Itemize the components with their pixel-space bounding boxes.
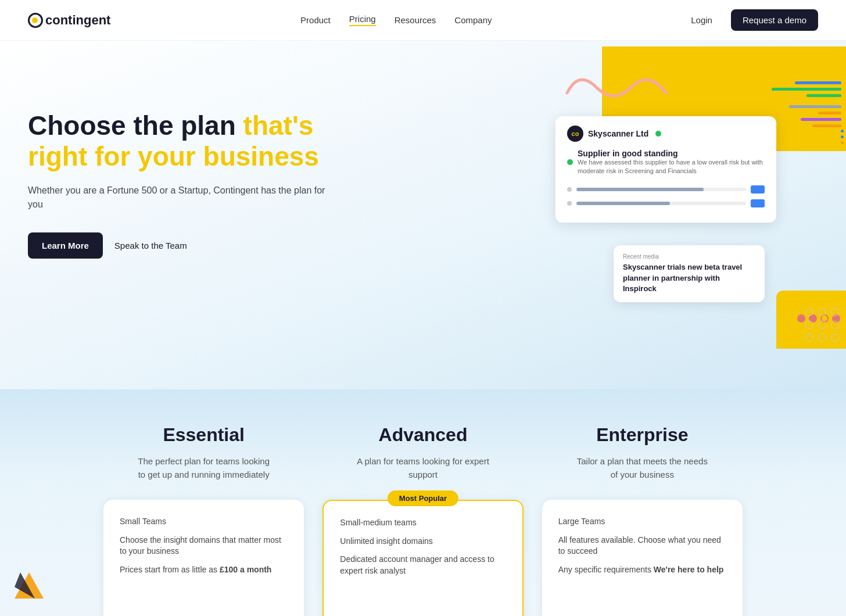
- essential-desc: The perfect plan for teams looking to ge…: [134, 455, 274, 481]
- advanced-desc: A plan for teams looking for expert supp…: [353, 455, 493, 481]
- grid-dot: [818, 334, 826, 342]
- deco-bar-1: [795, 81, 841, 84]
- deco-dot-1: [841, 130, 844, 132]
- news-label: Recent media: [623, 253, 755, 260]
- nav-pricing[interactable]: Pricing: [349, 14, 376, 26]
- logo-dot: [32, 17, 38, 23]
- squiggle-decoration: [561, 64, 677, 110]
- deco-bar-7: [812, 124, 841, 127]
- status-desc: We have assessed this supplier to have a…: [578, 158, 765, 176]
- grid-dot: [831, 308, 839, 316]
- deco-bar-3: [806, 94, 841, 97]
- card-logo-text: co: [572, 130, 579, 137]
- logo[interactable]: contingent: [28, 13, 110, 28]
- enterprise-title: Enterprise: [596, 424, 688, 446]
- squiggle-svg: [561, 64, 677, 110]
- nav-links: Product Pricing Resources Company: [300, 14, 492, 26]
- essential-feature-3: Prices start from as little as £100 a mo…: [120, 564, 288, 576]
- nav-product[interactable]: Product: [300, 15, 331, 25]
- bar-row-1: [567, 185, 765, 194]
- pricing-grid: Essential The perfect plan for teams loo…: [103, 424, 743, 616]
- enterprise-desc: Tailor a plan that meets the needs of yo…: [572, 455, 712, 481]
- pricing-section: Essential The perfect plan for teams loo…: [0, 389, 846, 616]
- bar-row-2: [567, 199, 765, 207]
- nav-resources[interactable]: Resources: [395, 15, 436, 25]
- news-title: Skyscanner trials new beta travel planne…: [623, 262, 755, 294]
- essential-card: Small Teams Choose the insight domains t…: [103, 500, 304, 616]
- bar-button-2[interactable]: [751, 199, 765, 207]
- logo-icon: [28, 13, 43, 28]
- status-info: Supplier in good standing We have assess…: [578, 149, 765, 176]
- navbar: contingent Product Pricing Resources Com…: [0, 0, 846, 41]
- grid-dot: [805, 308, 813, 316]
- essential-title: Essential: [163, 424, 245, 446]
- hero-subtitle: Whether you are a Fortune 500 or a Start…: [28, 184, 342, 212]
- grid-dot: [831, 321, 839, 329]
- deco-bar-4: [789, 105, 841, 108]
- company-status-dot: [655, 131, 661, 137]
- status-title: Supplier in good standing: [578, 149, 765, 158]
- grid-dot: [805, 321, 813, 329]
- request-demo-button[interactable]: Request a demo: [731, 9, 818, 31]
- deco-circles-grid: [801, 303, 846, 349]
- plan-advanced: Advanced A plan for teams looking for ex…: [322, 424, 523, 616]
- bar-track-1: [576, 188, 746, 191]
- hero-title: Choose the plan that's right for your bu…: [28, 110, 342, 172]
- hero-title-part1: Choose the plan: [28, 110, 243, 141]
- login-button[interactable]: Login: [682, 10, 722, 30]
- logo-shape-svg: [12, 570, 46, 604]
- hero-right: co Skyscanner Ltd Supplier in good stand…: [342, 76, 818, 366]
- plan-enterprise: Enterprise Tailor a plan that meets the …: [542, 424, 743, 616]
- plan-essential: Essential The perfect plan for teams loo…: [103, 424, 304, 616]
- deco-dot-3: [841, 141, 844, 144]
- bar-fill-2: [576, 202, 670, 205]
- hero-left: Choose the plan that's right for your bu…: [28, 76, 342, 259]
- nav-company[interactable]: Company: [454, 15, 492, 25]
- nav-actions: Login Request a demo: [682, 9, 818, 31]
- card-header: co Skyscanner Ltd: [567, 126, 765, 142]
- bar-button-1[interactable]: [751, 185, 765, 194]
- enterprise-card: Large Teams All features available. Choo…: [542, 500, 743, 616]
- enterprise-feature-3: Any specific requirements We're here to …: [558, 564, 726, 576]
- enterprise-feature-2: All features available. Choose what you …: [558, 535, 726, 557]
- advanced-feature-3: Dedicated account manager and access to …: [340, 554, 506, 576]
- bar-dot-1: [567, 187, 572, 192]
- bar-fill-1: [576, 188, 704, 191]
- speak-to-team-button[interactable]: Speak to the Team: [114, 241, 187, 250]
- advanced-card: Most Popular Small-medium teams Unlimite…: [322, 500, 523, 616]
- grid-dot: [818, 308, 826, 316]
- grid-dot: [818, 321, 826, 329]
- deco-bar-5: [818, 112, 841, 114]
- bottom-logo-decoration: [12, 570, 46, 604]
- bar-dot-2: [567, 201, 572, 206]
- hero-section: Choose the plan that's right for your bu…: [0, 41, 846, 389]
- advanced-title: Advanced: [379, 424, 468, 446]
- status-indicator-dot: [567, 159, 573, 165]
- deco-bar-6: [801, 118, 841, 121]
- advanced-feature-2: Unlimited insight domains: [340, 536, 506, 547]
- deco-bar-2: [772, 88, 841, 91]
- grid-dot: [805, 334, 813, 342]
- bar-track-2: [576, 202, 746, 205]
- logo-text: contingent: [45, 13, 110, 28]
- news-card: Recent media Skyscanner trials new beta …: [614, 245, 765, 302]
- hero-buttons: Learn More Speak to the Team: [28, 232, 342, 259]
- status-row: Supplier in good standing We have assess…: [567, 149, 765, 176]
- grid-dot: [831, 334, 839, 342]
- essential-feature-1: Small Teams: [120, 516, 288, 528]
- essential-feature-2: Choose the insight domains that matter m…: [120, 535, 288, 557]
- supplier-card: co Skyscanner Ltd Supplier in good stand…: [555, 116, 776, 223]
- enterprise-feature-1: Large Teams: [558, 516, 726, 528]
- card-logo: co: [567, 126, 583, 142]
- mockup-wrapper: co Skyscanner Ltd Supplier in good stand…: [544, 46, 846, 349]
- company-name: Skyscanner Ltd: [588, 129, 648, 138]
- card-bars: [567, 185, 765, 207]
- learn-more-button[interactable]: Learn More: [28, 232, 103, 259]
- deco-dot-2: [841, 135, 844, 138]
- advanced-feature-1: Small-medium teams: [340, 517, 506, 529]
- most-popular-badge: Most Popular: [388, 490, 458, 506]
